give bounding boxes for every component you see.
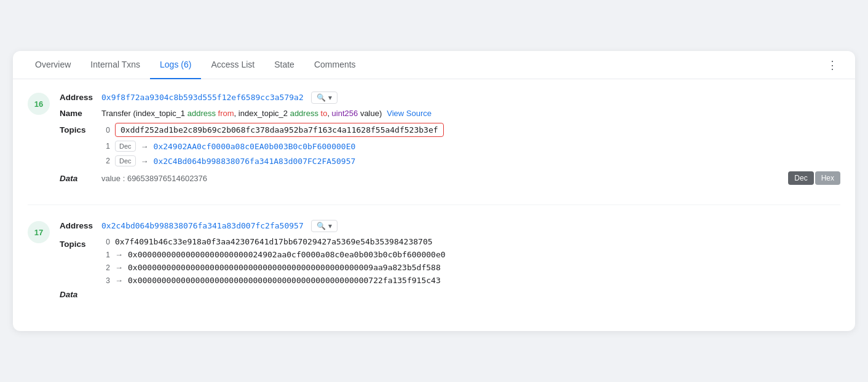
arrow-icon-17-1: → [115,250,123,259]
content-area: 16 Address 0x9f8f72aa9304c8b593d555f12ef… [13,79,855,331]
topic-index-17-1: 1 [101,251,110,259]
topic-row-17-2: 2 → 0x0000000000000000000000000000000000… [101,263,840,272]
address-row-17: Address 0x2c4bd064b998838076fa341a83d007… [60,220,840,232]
address-label-16: Address [60,93,97,102]
tab-logs[interactable]: Logs (6) [150,51,201,79]
topic-index-16-1: 1 [101,142,110,150]
search-dropdown-icon: ▾ [328,93,332,102]
topic-plain-17-1: 0x00000000000000000000000024902aa0cf0000… [128,250,446,259]
topics-section-17: Topics 0 0x7f4091b46c33e918a0f3aa4230764… [60,237,840,285]
log-number-16: 16 [28,93,50,115]
arrow-icon-17-2: → [115,263,123,272]
topics-list-17: 0 0x7f4091b46c33e918a0f3aa42307641d17bb6… [101,237,840,285]
log-divider [28,205,840,205]
data-buttons-16: Dec Hex [788,171,840,185]
address-label-17: Address [60,221,97,230]
topic-index-16-2: 2 [101,157,110,165]
topic-index-17-3: 3 [101,276,110,285]
hex-toggle-16[interactable]: Hex [815,171,840,185]
topic-index-16-0: 0 [101,126,110,134]
search-button-17[interactable]: 🔍 ▾ [311,220,337,232]
arrow-icon-17-3: → [115,276,123,285]
view-source-link-16[interactable]: View Source [387,109,432,118]
tab-state[interactable]: State [264,51,304,79]
data-section-16: Data value : 696538976514602376 Dec Hex [60,171,840,185]
kw-to: to [321,109,328,118]
more-options-button[interactable]: ⋮ [822,55,843,76]
name-row-16: Name Transfer (index_topic_1 address fro… [60,109,840,118]
topic-row-16-2: 2 Dec → 0x2C4Bd064b998838076fa341A83d007… [101,155,840,166]
topic-row-17-0: 0 0x7f4091b46c33e918a0f3aa42307641d17bb6… [101,237,840,246]
topic-row-16-1: 1 Dec → 0x24902AA0cf0000a08c0EA0b003B0c0… [101,141,840,152]
topic-link-16-1[interactable]: 0x24902AA0cf0000a08c0EA0b003B0c0bF600000… [154,142,356,151]
topic-row-17-1: 1 → 0x00000000000000000000000024902aa0cf… [101,250,840,259]
topic-hash-16-0: 0xddf252ad1be2c89b69c2b068fc378daa952ba7… [115,123,444,137]
tab-internal-txns[interactable]: Internal Txns [81,51,150,79]
search-icon: 🔍 [317,93,326,102]
data-label-16: Data [60,174,97,183]
search-button-16[interactable]: 🔍 ▾ [311,92,337,104]
kw-from: from [218,109,234,118]
search-dropdown-icon-17: ▾ [328,222,332,230]
data-value-16: value : 696538976514602376 [101,174,783,183]
topic-row-16-0: 0 0xddf252ad1be2c89b69c2b068fc378daa952b… [101,123,840,137]
tab-access-list[interactable]: Access List [201,51,264,79]
name-text-16: Transfer (index_topic_1 address from, in… [101,109,382,118]
dec-toggle-16[interactable]: Dec [788,171,813,185]
log-body-17: Address 0x2c4bd064b998838076fa341a83d007… [60,220,840,299]
topics-list-16: 0 0xddf252ad1be2c89b69c2b068fc378daa952b… [101,123,840,166]
topic-row-17-3: 3 → 0x0000000000000000000000000000000000… [101,276,840,285]
main-card: Overview Internal Txns Logs (6) Access L… [13,51,855,331]
name-label-16: Name [60,109,97,118]
topic-index-17-2: 2 [101,263,110,272]
kw-address-1: address [187,109,216,118]
tab-comments[interactable]: Comments [304,51,366,79]
arrow-icon-16-2: → [141,157,149,166]
topic-link-16-2[interactable]: 0x2C4Bd064b998838076fa341A83d007FC2FA509… [154,157,356,166]
tab-overview[interactable]: Overview [25,51,81,79]
address-link-17[interactable]: 0x2c4bd064b998838076fa341a83d007fc2fa509… [101,221,304,230]
topic-plain-17-2: 0x00000000000000000000000000000000000000… [128,263,441,272]
kw-uint256: uint256 [332,109,358,118]
topics-section-16: Topics 0 0xddf252ad1be2c89b69c2b068fc378… [60,123,840,166]
data-label-17: Data [60,290,97,299]
tab-bar: Overview Internal Txns Logs (6) Access L… [13,51,855,79]
log-body-16: Address 0x9f8f72aa9304c8b593d555f12ef658… [60,92,840,185]
log-entry-17: 17 Address 0x2c4bd064b998838076fa341a83d… [28,220,840,299]
search-icon-17: 🔍 [317,222,326,230]
kw-address-2: address [290,109,318,118]
arrow-icon-16-1: → [141,142,149,151]
dec-button-16-1[interactable]: Dec [115,141,136,152]
log-entry-16: 16 Address 0x9f8f72aa9304c8b593d555f12ef… [28,92,840,185]
address-link-16[interactable]: 0x9f8f72aa9304c8b593d555f12ef6589cc3a579… [101,93,304,102]
topic-plain-17-0: 0x7f4091b46c33e918a0f3aa42307641d17bb670… [115,237,433,246]
log-number-17: 17 [28,221,50,243]
address-row-16: Address 0x9f8f72aa9304c8b593d555f12ef658… [60,92,840,104]
topics-label-17: Topics [60,237,97,249]
topic-index-17-0: 0 [101,238,110,246]
dec-button-16-2[interactable]: Dec [115,155,136,166]
data-section-17: Data [60,290,840,299]
topics-label-16: Topics [60,123,97,134]
topic-plain-17-3: 0x00000000000000000000000000000000000000… [128,276,441,285]
